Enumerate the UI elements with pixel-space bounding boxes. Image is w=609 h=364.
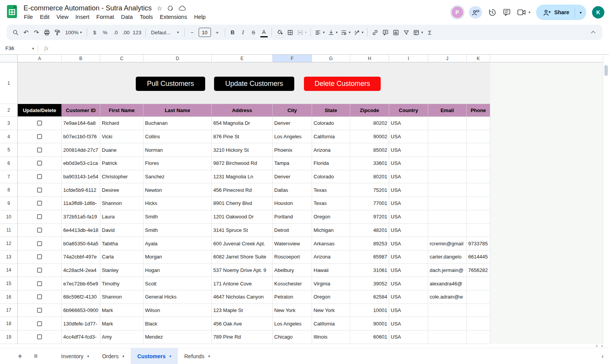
row-header-13[interactable]: 13	[0, 250, 18, 264]
filter-icon[interactable]	[401, 27, 412, 38]
search-icon[interactable]	[10, 27, 21, 38]
cell-G12[interactable]: Arkansas	[312, 237, 350, 250]
cell-H8[interactable]: 75201	[350, 183, 389, 197]
cell-F15[interactable]: Kosschester	[273, 277, 312, 290]
table-header-state[interactable]: State	[312, 104, 350, 117]
row-header-3[interactable]: 3	[0, 117, 18, 130]
cell-E17[interactable]: 123 Maple St	[212, 304, 273, 317]
cell-D12[interactable]: Ayala	[143, 237, 212, 250]
borders-button[interactable]	[285, 27, 295, 38]
cell-A12[interactable]	[18, 237, 62, 250]
cell-I9[interactable]: USA	[389, 197, 428, 210]
paint-format-button[interactable]	[52, 27, 62, 38]
row-header-4[interactable]: 4	[0, 130, 18, 144]
cell-B19[interactable]: 4cc4df74-fcd3-	[62, 330, 100, 344]
add-sheet-button[interactable]: +	[18, 352, 22, 360]
cell-H5[interactable]: 85002	[350, 143, 389, 157]
cell-E9[interactable]: 8901 Cherry Blvd	[212, 197, 273, 210]
cell-E6[interactable]: 9872 Birchwood Rd	[212, 157, 273, 170]
cell-E11[interactable]: 3141 Spruce St	[212, 224, 273, 237]
cell-D16[interactable]: General Hicks	[143, 290, 212, 304]
row-16-checkbox[interactable]	[37, 294, 42, 299]
table-header-first-name[interactable]: First Name	[100, 104, 143, 117]
increase-decimal-button[interactable]: .00	[121, 27, 131, 38]
cell-H7[interactable]: 80201	[350, 170, 389, 184]
cell-I5[interactable]: USA	[389, 143, 428, 157]
cell-A19[interactable]	[18, 330, 62, 344]
cell-F18[interactable]: Los Angeles	[273, 317, 312, 330]
cell-A15[interactable]	[18, 277, 62, 290]
cell-H16[interactable]: 62584	[350, 290, 389, 304]
cell-B3[interactable]: 7e9ae164-6a8	[62, 117, 100, 130]
cell-D19[interactable]: Mendez	[143, 330, 212, 344]
column-header-I[interactable]: I	[389, 55, 428, 62]
cell-B17[interactable]: 6b966653-0900	[62, 304, 100, 317]
cell-K13[interactable]: 6614445	[467, 250, 490, 264]
cell-B13[interactable]: 74a2cbbf-497e	[62, 250, 100, 264]
cell-A11[interactable]	[18, 224, 62, 237]
row-9-checkbox[interactable]	[37, 201, 42, 206]
row-11-checkbox[interactable]	[37, 228, 42, 233]
cell-C6[interactable]: Patrick	[100, 157, 143, 170]
name-box[interactable]: F36 ▾	[0, 45, 38, 51]
cell-F9[interactable]: Houston	[273, 197, 312, 210]
row-header-9[interactable]: 9	[0, 197, 18, 210]
cell-H3[interactable]: 80202	[350, 117, 389, 130]
cell-B9[interactable]: 11a3ffd8-1d6b-	[62, 197, 100, 210]
cell-K16[interactable]	[467, 290, 490, 304]
merge-cells-button[interactable]: ▾	[295, 27, 309, 38]
cell-H14[interactable]: 31061	[350, 264, 389, 277]
comments-icon[interactable]	[503, 8, 511, 17]
cell-B11[interactable]: 6e4413db-4e18	[62, 224, 100, 237]
row-header-14[interactable]: 14	[0, 264, 18, 277]
row-13-checkbox[interactable]	[37, 254, 42, 259]
column-header-H[interactable]: H	[350, 55, 389, 62]
cell-G13[interactable]: Arizona	[312, 250, 350, 264]
format-percent-button[interactable]: %	[100, 27, 110, 38]
row-header-11[interactable]: 11	[0, 224, 18, 237]
cell-D11[interactable]: Smith	[143, 224, 212, 237]
cell-G5[interactable]: Arizona	[312, 143, 350, 157]
vertical-scrollbar-thumb[interactable]	[604, 65, 608, 76]
cell-I6[interactable]: USA	[389, 157, 428, 170]
cell-H15[interactable]: 39052	[350, 277, 389, 290]
cell-I3[interactable]: USA	[389, 117, 428, 130]
cell-F10[interactable]: Portland	[273, 210, 312, 224]
font-size-input[interactable]: 10	[199, 28, 211, 37]
cell-A14[interactable]	[18, 264, 62, 277]
cell-B18[interactable]: 130dfefe-1d77-	[62, 317, 100, 330]
cell-B10[interactable]: 372b51a5-fa19	[62, 210, 100, 224]
cell-E8[interactable]: 456 Pinecrest Rd	[212, 183, 273, 197]
row-header-18[interactable]: 18	[0, 317, 18, 330]
cell-B8[interactable]: 1cfde5b9-6112	[62, 183, 100, 197]
cell-D18[interactable]: Black	[143, 317, 212, 330]
cell-H6[interactable]: 33601	[350, 157, 389, 170]
cell-F4[interactable]: Los Angeles	[273, 130, 312, 144]
cell-H19[interactable]: 60601	[350, 330, 389, 344]
menu-extensions[interactable]: Extensions	[156, 13, 191, 21]
bold-button[interactable]: B	[228, 27, 238, 38]
row-12-checkbox[interactable]	[37, 241, 42, 246]
cell-J9[interactable]	[428, 197, 467, 210]
cell-A6[interactable]	[18, 157, 62, 170]
print-button[interactable]	[42, 27, 52, 38]
cell-G3[interactable]: Colorado	[312, 117, 350, 130]
cell-K8[interactable]	[467, 183, 490, 197]
cell-D4[interactable]: Collins	[143, 130, 212, 144]
italic-button[interactable]: I	[238, 27, 248, 38]
increase-font-size-button[interactable]: +	[212, 27, 223, 38]
cell-K5[interactable]	[467, 143, 490, 157]
menu-format[interactable]: Format	[93, 13, 118, 21]
cell-E19[interactable]: 789 Pine Rd	[212, 330, 273, 344]
menu-tools[interactable]: Tools	[136, 13, 156, 21]
meet-camera-button[interactable]: ▾	[517, 8, 531, 16]
row-17-checkbox[interactable]	[37, 308, 42, 313]
cell-F13[interactable]: Roscoeport	[273, 250, 312, 264]
cell-D7[interactable]: Sanchez	[143, 170, 212, 184]
number-format-button[interactable]: 123	[131, 27, 143, 38]
row-3-checkbox[interactable]	[37, 121, 42, 126]
sheets-logo-icon[interactable]	[7, 4, 18, 19]
cell-G17[interactable]: New York	[312, 304, 350, 317]
cell-C13[interactable]: Carla	[100, 250, 143, 264]
cell-F16[interactable]: Petraton	[273, 290, 312, 304]
